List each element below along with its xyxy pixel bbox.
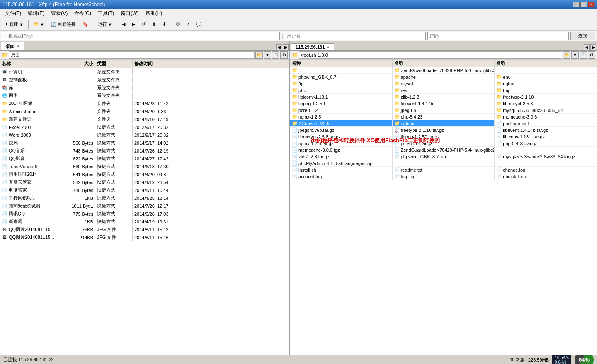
left-file-row[interactable]: 🖼 QQ图片2014081115... 214KB JPG 文件 2014/8/… <box>0 233 289 241</box>
left-path-input[interactable] <box>9 51 255 59</box>
right-file-row[interactable]: 📁 phpwind_GBK_8.7 📁 apache 📁 env <box>290 74 597 80</box>
right-path-btn3[interactable]: 📋 <box>580 51 587 59</box>
left-file-row[interactable]: 📄 QQ影音 622 Bytes 快捷方式 2014/4/27, 17:42 <box>0 155 289 163</box>
right-file-row[interactable]: 📁 ftp 📁 mysql 📁 nginx <box>290 80 597 87</box>
folder-icon: 📂 <box>33 22 39 27</box>
settings-button[interactable]: ⚙ <box>173 20 183 28</box>
right-file-row[interactable]: 📁 .. 📁 ZendGuardLoader-70429-PHP-5.4-lin… <box>290 67 597 74</box>
left-tab-close[interactable]: ✕ <box>16 44 19 49</box>
file-icon: 💻 <box>2 69 7 75</box>
left-file-row[interactable]: 📁 新建文件夹 文件夹 2014/8/10, 17:19 <box>0 115 289 123</box>
left-file-row[interactable]: 📄 TeamViewer 9 560 Bytes 快捷方式 2014/6/13,… <box>0 163 289 170</box>
right-file-row[interactable]: 📄 jpegsrc.v6b.tar.gz 📄 freetype-2.1.10.t… <box>290 127 597 133</box>
left-path-btn4[interactable]: ⚙ <box>280 51 288 59</box>
right-file-row[interactable]: 📄 install.sh 📄 readme.txt 📄 change.log <box>290 167 597 173</box>
file-date: 2014/4/20, 1:36 <box>133 109 191 114</box>
file-icon: 📁 <box>496 114 502 119</box>
left-tab-desktop[interactable]: 桌面 ✕ <box>1 42 24 50</box>
left-file-row[interactable]: 📄 百度云管家 582 Bytes 快捷方式 2014/4/19, 23:54 <box>0 178 289 186</box>
menu-file[interactable]: 文件(F) <box>2 9 24 18</box>
left-file-row[interactable]: 📄 旋风 560 Bytes 快捷方式 2014/5/17, 14:02 <box>0 139 289 147</box>
right-file-row[interactable]: 📄 libmcrypt-2.5.8.tar.gz 📄 libpng-1.2.50… <box>290 133 597 140</box>
right-file-row[interactable]: 📄 phpMyAdmin-4.1.8-all-languages.zip <box>290 160 597 167</box>
left-file-row[interactable]: 📁 2014年医保 文件夹 2014/4/28, 11:42 <box>0 99 289 107</box>
left-tab-prev[interactable]: ◀ <box>276 44 282 50</box>
username-input[interactable] <box>285 32 426 40</box>
menu-help[interactable]: 帮助(H) <box>142 9 166 18</box>
menu-edit[interactable]: 编辑(E) <box>24 9 48 18</box>
chat-button[interactable]: 💬 <box>193 20 204 28</box>
left-tab-next[interactable]: ▶ <box>283 44 289 50</box>
forward-button[interactable]: ▶ <box>129 20 138 28</box>
left-file-row[interactable]: 🖼 QQ图片2014081115... 75KB JPG 文件 2014/8/1… <box>0 226 289 233</box>
left-file-row[interactable]: 💻 计算机 系统文件夹 <box>0 68 289 76</box>
bookmark-button[interactable]: 🔖 <box>80 20 91 28</box>
addrbar-sep1: | <box>282 33 283 39</box>
browse-button[interactable]: 📂 ▼ <box>30 20 47 28</box>
maximize-button[interactable]: □ <box>580 2 587 7</box>
left-file-row[interactable]: 📄 阿里旺旺2014 541 Bytes 快捷方式 2014/4/20, 0:0… <box>0 170 289 178</box>
down-button[interactable]: ⬇ <box>160 20 169 28</box>
left-file-row[interactable]: 📄 工行网银助手 1KB 快捷方式 2014/4/25, 18:14 <box>0 194 289 202</box>
run-button[interactable]: 运行 ▼ <box>95 20 115 29</box>
right-file-row[interactable]: 📁 libpng-1.2.50 📁 libevent-1.4.14b 📁 lib… <box>290 100 597 107</box>
right-file-row[interactable]: 📄 nginx-1.2.5.tar.gz 📄 pcre-8.12.tar.gz … <box>290 140 597 147</box>
left-file-row[interactable]: 📁 Administrator 文件夹 2014/4/20, 1:36 <box>0 107 289 115</box>
reconnect-button[interactable]: 🔄 重新连接 <box>48 20 79 29</box>
right-tab-server[interactable]: 115.29.96.161 ✕ <box>291 43 334 50</box>
back-button[interactable]: ◀ <box>119 20 128 28</box>
right-path-btn4[interactable]: ⚙ <box>588 51 595 59</box>
file-icon: 📄 <box>292 127 298 133</box>
file-icon: 📄 <box>292 154 298 159</box>
left-file-row[interactable]: 📄 腾讯QQ 779 Bytes 快捷方式 2014/6/28, 17:03 <box>0 210 289 218</box>
connect-button[interactable]: 连接 <box>570 32 595 40</box>
left-file-row[interactable]: 📄 Word 2003 快捷方式 2012/9/17, 20:32 <box>0 131 289 139</box>
minimize-button[interactable]: ─ <box>573 2 580 7</box>
file-date: 2014/4/20, 0:08 <box>133 172 191 177</box>
left-file-row[interactable]: 🌐 网络 系统文件夹 <box>0 92 289 99</box>
new-button[interactable]: ✦ 新建 ▼ <box>2 20 27 29</box>
left-file-row[interactable]: 📄 Excel 2003 快捷方式 2012/9/17, 20:32 <box>0 123 289 131</box>
left-file-row[interactable]: 📄 电脑管家 780 Bytes 快捷方式 2014/8/11, 10:44 <box>0 186 289 194</box>
left-file-row[interactable]: 📄 新毒霸 1KB 快捷方式 2014/4/19, 19:31 <box>0 218 289 226</box>
menu-window[interactable]: 窗口(W) <box>117 9 142 18</box>
file-name: 新毒霸 <box>9 218 22 225</box>
host-input[interactable] <box>2 32 280 40</box>
left-file-row[interactable]: 📚 库 系统文件夹 <box>0 84 289 92</box>
right-file-row[interactable]: 📁 pcre-8.12 📁 jpeg-6b 📁 mysql-5.5.35-lin… <box>290 107 597 114</box>
file-size: 75KB <box>62 227 95 233</box>
right-tab-close[interactable]: ✕ <box>326 45 330 49</box>
file-date: 2014/4/27, 17:42 <box>133 156 191 162</box>
right-path-btn2[interactable]: ▼ <box>571 51 579 59</box>
right-tab-next[interactable]: ▶ <box>590 44 596 50</box>
right-file-row[interactable]: 📁 XConvert_V2.5 📁 upload 📄 package.xml <box>290 120 597 127</box>
left-path-btn3[interactable]: 📋 <box>272 51 279 59</box>
menu-view[interactable]: 查看(V) <box>48 9 71 18</box>
file-icon: 📄 <box>2 203 7 209</box>
left-file-row[interactable]: 📄 猎豹安全浏览器 1011 Byt... 快捷方式 2014/7/26, 12… <box>0 202 289 210</box>
right-file-row[interactable]: 📄 account.log 📄 tmp.log 📄 uninstall.sh <box>290 173 597 180</box>
file-type: 快捷方式 <box>95 187 133 194</box>
file-name: 旋风 <box>9 140 18 146</box>
menu-command[interactable]: 命令(C) <box>71 9 95 18</box>
close-button[interactable]: ✕ <box>588 2 595 7</box>
right-file-row[interactable]: 📁 php 📁 res 📁 tmp <box>290 87 597 94</box>
file-size <box>62 87 95 88</box>
left-file-row[interactable]: 📄 QQ音乐 748 Bytes 快捷方式 2014/7/26, 12:19 <box>0 147 289 155</box>
right-tab-prev[interactable]: ◀ <box>584 44 590 50</box>
left-path-btn2[interactable]: ▼ <box>264 51 271 59</box>
right-file-row[interactable]: 📄 zlib-1.2.3.tar.gz 📄 phpwind_GBK_8.7.zi… <box>290 153 597 160</box>
left-path-btn1[interactable]: 📂 <box>255 51 263 59</box>
right-file-row[interactable]: 📁 nginx-1.2.5 📁 php-5.4.23 📁 memcache-3.… <box>290 114 597 120</box>
right-file-row[interactable]: 📄 memcache-3.0.6.tgz 📄 ZendGuardLoader-7… <box>290 147 597 153</box>
menu-tools[interactable]: 工具(T) <box>95 9 117 18</box>
file-date: 2014/8/11, 15:13 <box>133 227 191 233</box>
password-input[interactable] <box>427 32 569 40</box>
up-button[interactable]: ⬆ <box>149 20 159 28</box>
right-file-row[interactable]: 📁 libiconv-1.13.1 📁 zlib-1.2.3 📁 freetyp… <box>290 94 597 100</box>
left-file-row[interactable]: 🖥 控制面板 系统文件夹 <box>0 76 289 84</box>
refresh-button[interactable]: ↺ <box>139 20 148 28</box>
right-path-btn1[interactable]: 📂 <box>563 51 570 59</box>
right-path-input[interactable] <box>299 51 562 59</box>
help-button[interactable]: ? <box>184 21 192 28</box>
